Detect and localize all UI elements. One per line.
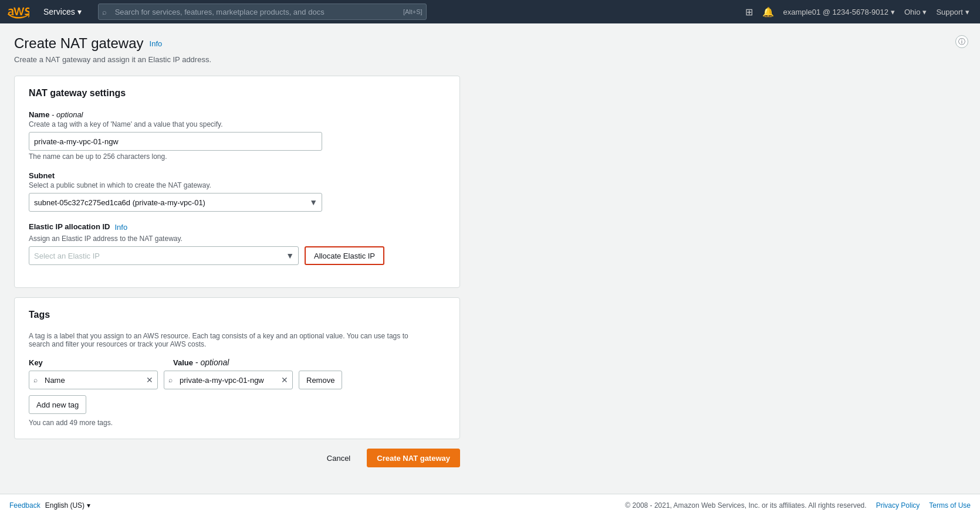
subnet-select[interactable]: subnet-05c327c275ed1ca6d (private-a-my-v… bbox=[29, 193, 322, 212]
region-label: Ohio bbox=[904, 8, 920, 16]
tag-limit-note: You can add 49 more tags. bbox=[29, 419, 445, 427]
value-col-label: Value bbox=[173, 358, 193, 367]
page-subtitle: Create a NAT gateway and assign it an El… bbox=[14, 55, 966, 64]
subnet-select-wrapper: subnet-05c327c275ed1ca6d (private-a-my-v… bbox=[29, 193, 322, 212]
account-menu-button[interactable]: example01 @ 1234-5678-9012 ▾ bbox=[780, 5, 898, 19]
tags-card: Tags A tag is a label that you assign to… bbox=[14, 297, 460, 439]
footer-right: © 2008 - 2021, Amazon Web Services, Inc.… bbox=[625, 501, 971, 510]
region-chevron-icon: ▾ bbox=[922, 8, 927, 16]
elastic-ip-info-link[interactable]: Info bbox=[114, 223, 127, 232]
subnet-field-group: Subnet Select a public subnet in which t… bbox=[29, 171, 445, 212]
footer-left: Feedback English (US) ▾ bbox=[9, 501, 90, 510]
name-optional-text: - optional bbox=[49, 110, 83, 119]
services-menu-button[interactable]: Services ▾ bbox=[39, 5, 86, 19]
services-chevron-icon: ▾ bbox=[77, 7, 82, 16]
search-bar-container: ⌕ [Alt+S] bbox=[98, 4, 427, 20]
support-chevron-icon: ▾ bbox=[965, 8, 969, 16]
privacy-policy-link[interactable]: Privacy Policy bbox=[876, 501, 920, 510]
main-content: Create NAT gateway Info Create a NAT gat… bbox=[0, 23, 980, 494]
account-label: example01 @ 1234-5678-9012 bbox=[783, 8, 888, 16]
language-selector[interactable]: English (US) ▾ bbox=[45, 501, 90, 510]
tag-value-input[interactable] bbox=[164, 371, 293, 389]
key-col-label: Key bbox=[29, 358, 43, 367]
tag-value-clear-button[interactable]: ✕ bbox=[280, 374, 289, 386]
remove-tag-button[interactable]: Remove bbox=[299, 371, 342, 389]
action-bar: Cancel Create NAT gateway bbox=[14, 449, 460, 467]
create-nat-gateway-button[interactable]: Create NAT gateway bbox=[367, 449, 460, 467]
name-label: Name - optional bbox=[29, 110, 445, 119]
region-menu-button[interactable]: Ohio ▾ bbox=[901, 5, 930, 19]
page-title: Create NAT gateway bbox=[14, 35, 144, 52]
key-col-header: Key bbox=[29, 358, 158, 367]
help-info-button[interactable]: ⓘ bbox=[955, 35, 968, 48]
support-menu-button[interactable]: Support ▾ bbox=[932, 5, 973, 19]
terms-of-use-link[interactable]: Terms of Use bbox=[929, 501, 971, 510]
account-chevron-icon: ▾ bbox=[891, 8, 895, 16]
elastic-ip-select[interactable]: Select an Elastic IP bbox=[29, 246, 299, 265]
footer: Feedback English (US) ▾ © 2008 - 2021, A… bbox=[0, 494, 980, 516]
aws-logo[interactable] bbox=[7, 5, 29, 19]
tags-description: A tag is a label that you assign to an A… bbox=[29, 332, 428, 348]
tag-key-search-icon: ⌕ bbox=[33, 376, 38, 384]
allocate-elastic-ip-button[interactable]: Allocate Elastic IP bbox=[305, 246, 384, 265]
subnet-hint: Select a public subnet in which to creat… bbox=[29, 181, 445, 189]
tags-header-row: Key Value - optional bbox=[29, 358, 445, 367]
tag-key-input[interactable] bbox=[29, 371, 158, 389]
tag-row: ⌕ ✕ ⌕ ✕ Remove bbox=[29, 371, 445, 389]
add-new-tag-button[interactable]: Add new tag bbox=[29, 395, 86, 414]
search-shortcut: [Alt+S] bbox=[403, 8, 423, 15]
nat-settings-card: NAT gateway settings Name - optional Cre… bbox=[14, 76, 460, 288]
elastic-ip-hint: Assign an Elastic IP address to the NAT … bbox=[29, 235, 445, 243]
cancel-button[interactable]: Cancel bbox=[317, 449, 360, 467]
name-label-text: Name bbox=[29, 110, 49, 119]
copyright-text: © 2008 - 2021, Amazon Web Services, Inc.… bbox=[625, 501, 866, 510]
value-optional-text: - optional bbox=[193, 358, 229, 367]
elastic-ip-label-row: Elastic IP allocation ID Info bbox=[29, 222, 445, 232]
nat-settings-title: NAT gateway settings bbox=[29, 88, 445, 99]
name-field-group: Name - optional Create a tag with a key … bbox=[29, 110, 445, 161]
elastic-ip-label: Elastic IP allocation ID bbox=[29, 222, 110, 231]
tag-value-wrapper: ⌕ ✕ bbox=[164, 371, 293, 389]
language-label: English (US) bbox=[45, 501, 85, 510]
services-label: Services bbox=[43, 7, 75, 16]
feedback-link[interactable]: Feedback bbox=[9, 501, 40, 510]
elastic-ip-field-group: Elastic IP allocation ID Info Assign an … bbox=[29, 222, 445, 265]
grid-icon-button[interactable]: ⊞ bbox=[742, 4, 756, 20]
name-hint: Create a tag with a key of 'Name' and a … bbox=[29, 120, 445, 128]
value-col-header: Value - optional bbox=[173, 358, 302, 367]
tag-key-wrapper: ⌕ ✕ bbox=[29, 371, 158, 389]
page-title-row: Create NAT gateway Info bbox=[14, 35, 966, 52]
search-input[interactable] bbox=[98, 4, 427, 20]
name-char-limit: The name can be up to 256 characters lon… bbox=[29, 152, 445, 161]
top-navigation: Services ▾ ⌕ [Alt+S] ⊞ 🔔 example01 @ 123… bbox=[0, 0, 980, 23]
nav-right: ⊞ 🔔 example01 @ 1234-5678-9012 ▾ Ohio ▾ … bbox=[742, 4, 973, 20]
language-chevron-icon: ▾ bbox=[87, 501, 90, 510]
elastic-ip-row: Select an Elastic IP ▼ Allocate Elastic … bbox=[29, 246, 445, 265]
elastic-ip-select-wrapper: Select an Elastic IP ▼ bbox=[29, 246, 299, 265]
tag-value-search-icon: ⌕ bbox=[168, 376, 173, 384]
name-input[interactable] bbox=[29, 132, 322, 151]
tags-title: Tags bbox=[29, 310, 445, 320]
page-title-info-link[interactable]: Info bbox=[150, 39, 163, 48]
bell-icon-button[interactable]: 🔔 bbox=[759, 4, 778, 20]
subnet-label: Subnet bbox=[29, 171, 445, 180]
search-icon: ⌕ bbox=[102, 8, 107, 16]
support-label: Support bbox=[936, 8, 963, 16]
tag-key-clear-button[interactable]: ✕ bbox=[145, 374, 154, 386]
